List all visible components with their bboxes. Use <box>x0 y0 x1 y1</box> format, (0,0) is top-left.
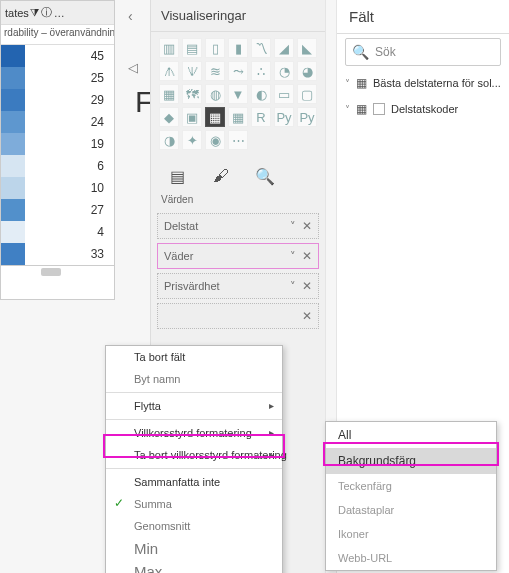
search-icon: 🔍 <box>352 44 369 60</box>
waterfall-viz-icon[interactable]: ⤳ <box>228 61 248 81</box>
chevron-down-icon[interactable]: ˅ <box>290 280 296 293</box>
remove-icon[interactable]: ✕ <box>302 309 312 323</box>
clustered-bar-viz-icon[interactable]: ▤ <box>182 38 202 58</box>
line-viz-icon[interactable]: 〽 <box>251 38 271 58</box>
menu-item[interactable]: Flytta▸ <box>106 395 282 417</box>
table-title: tates <box>5 7 29 19</box>
menu-item[interactable]: Max <box>106 560 282 573</box>
field-well[interactable]: Prisvärdhet˅✕ <box>157 273 319 299</box>
field-table-row[interactable]: ˅▦Bästa delstaterna för sol... <box>337 70 509 96</box>
menu-item[interactable]: Byt namn <box>106 368 282 390</box>
collapse-chevron-icon[interactable]: ‹ <box>128 8 133 24</box>
expand-icon[interactable]: ˅ <box>345 78 350 89</box>
slicer-viz-icon[interactable]: ▣ <box>182 107 202 127</box>
fields-tab-icon[interactable]: ▤ <box>165 164 189 188</box>
table-header: tates ⧩ ⓘ … <box>1 1 114 25</box>
table-row[interactable]: 25 <box>1 67 114 89</box>
...-viz-icon[interactable]: ⋯ <box>228 130 248 150</box>
clustered-col-viz-icon[interactable]: ▮ <box>228 38 248 58</box>
submenu-item[interactable]: Bakgrundsfärg <box>326 448 496 474</box>
remove-icon[interactable]: ✕ <box>302 279 312 293</box>
table-row[interactable]: 45 <box>1 45 114 67</box>
color-cell <box>1 45 25 67</box>
arc-viz-icon[interactable]: ◉ <box>205 130 225 150</box>
color-cell <box>1 111 25 133</box>
value-cell: 6 <box>25 155 114 177</box>
menu-item-label: Villkorsstyrd formatering <box>134 427 252 439</box>
expand-icon[interactable]: ˅ <box>345 104 350 115</box>
scatter-viz-icon[interactable]: ∴ <box>251 61 271 81</box>
chevron-down-icon[interactable]: ˅ <box>290 220 296 233</box>
table-row[interactable]: 33 <box>1 243 114 265</box>
info-icon[interactable]: ⓘ <box>41 5 52 20</box>
pie-viz-icon[interactable]: ◔ <box>274 61 294 81</box>
submenu-item[interactable]: Ikoner <box>326 522 496 546</box>
python-viz-icon[interactable]: Py <box>274 107 294 127</box>
gauge-viz-icon[interactable]: ◐ <box>251 84 271 104</box>
table-row[interactable]: 19 <box>1 133 114 155</box>
area-viz-icon[interactable]: ◢ <box>274 38 294 58</box>
field-table-row[interactable]: ˅▦Delstatskoder <box>337 96 509 122</box>
r-viz-icon[interactable]: R <box>251 107 271 127</box>
submenu-arrow-icon: ▸ <box>269 427 274 438</box>
submenu-item[interactable]: Webb-URL <box>326 546 496 570</box>
py-visual-viz-icon[interactable]: Py <box>297 107 317 127</box>
table-row[interactable]: 6 <box>1 155 114 177</box>
value-cell: 4 <box>25 221 114 243</box>
speaker-icon: ◁ <box>128 60 138 75</box>
line-col2-viz-icon[interactable]: ⩛ <box>182 61 202 81</box>
submenu-item[interactable]: All <box>326 422 496 448</box>
menu-item[interactable]: Ta bort villkorsstyrd formatering▸ <box>106 444 282 466</box>
format-tab-icon[interactable]: 🖌 <box>209 164 233 188</box>
chevron-down-icon[interactable]: ˅ <box>290 250 296 263</box>
submenu-item-label: Bakgrundsfärg <box>338 454 416 468</box>
color-cell <box>1 199 25 221</box>
search-input[interactable]: 🔍 Sök <box>345 38 501 66</box>
menu-item[interactable]: Sammanfatta inte <box>106 471 282 493</box>
menu-item[interactable]: Ta bort fält <box>106 346 282 368</box>
checkbox[interactable] <box>373 103 385 115</box>
table-row[interactable]: 4 <box>1 221 114 243</box>
field-well[interactable]: Delstat˅✕ <box>157 213 319 239</box>
check-icon: ✓ <box>114 496 124 510</box>
key-influencers-viz-icon[interactable]: ◑ <box>159 130 179 150</box>
remove-icon[interactable]: ✕ <box>302 219 312 233</box>
table-viz-icon[interactable]: ▦ <box>205 107 225 127</box>
filled-map-viz-icon[interactable]: ◍ <box>205 84 225 104</box>
data-table[interactable]: tates ⧩ ⓘ … rdability – överanvändning 4… <box>0 0 115 300</box>
ribbon-viz-icon[interactable]: ≋ <box>205 61 225 81</box>
submenu-item[interactable]: Datastaplar <box>326 498 496 522</box>
table-row[interactable]: 29 <box>1 89 114 111</box>
funnel-icon[interactable]: ⧩ <box>30 6 39 19</box>
stacked-col-viz-icon[interactable]: ▯ <box>205 38 225 58</box>
remove-icon[interactable]: ✕ <box>302 249 312 263</box>
map-viz-icon[interactable]: 🗺 <box>182 84 202 104</box>
table-row[interactable]: 10 <box>1 177 114 199</box>
card-viz-icon[interactable]: ▭ <box>274 84 294 104</box>
ellipsis-icon[interactable]: … <box>54 7 65 19</box>
submenu-item[interactable]: Teckenfärg <box>326 474 496 498</box>
context-submenu[interactable]: AllBakgrundsfärgTeckenfärgDatastaplarIko… <box>325 421 497 571</box>
donut-viz-icon[interactable]: ◕ <box>297 61 317 81</box>
decomp-viz-icon[interactable]: ✦ <box>182 130 202 150</box>
context-menu[interactable]: Ta bort fältByt namnFlytta▸Villkorsstyrd… <box>105 345 283 573</box>
table-row[interactable]: 27 <box>1 199 114 221</box>
stacked-area-viz-icon[interactable]: ◣ <box>297 38 317 58</box>
treemap-viz-icon[interactable]: ▦ <box>159 84 179 104</box>
line-col-viz-icon[interactable]: ⩚ <box>159 61 179 81</box>
menu-item[interactable]: Min <box>106 537 282 560</box>
menu-item[interactable]: Villkorsstyrd formatering▸ <box>106 422 282 444</box>
analytics-tab-icon[interactable]: 🔍 <box>253 164 277 188</box>
menu-item[interactable]: ✓Summa <box>106 493 282 515</box>
kpi-viz-icon[interactable]: ◆ <box>159 107 179 127</box>
stacked-bar-viz-icon[interactable]: ▥ <box>159 38 179 58</box>
menu-item[interactable]: Genomsnitt <box>106 515 282 537</box>
field-well[interactable]: ✕ <box>157 303 319 329</box>
field-well[interactable]: Väder˅✕ <box>157 243 319 269</box>
h-scrollbar[interactable] <box>1 265 114 277</box>
table-row[interactable]: 24 <box>1 111 114 133</box>
funnel-viz-icon[interactable]: ▼ <box>228 84 248 104</box>
multi-card-viz-icon[interactable]: ▢ <box>297 84 317 104</box>
menu-item-label: Ta bort villkorsstyrd formatering <box>134 449 287 461</box>
matrix-viz-icon[interactable]: ▦ <box>228 107 248 127</box>
